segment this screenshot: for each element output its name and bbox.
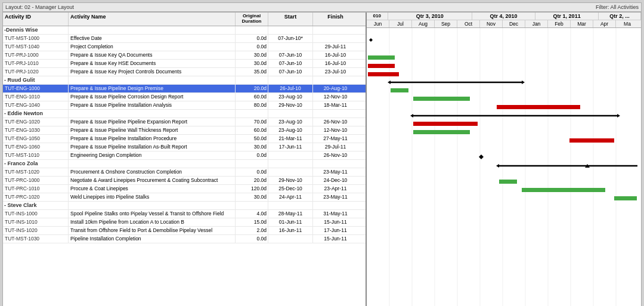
cell-id: TUT-PRJ-1000 [3, 51, 69, 59]
partial-date: 010 [367, 13, 388, 20]
cell-start: 24-Apr-11 [268, 193, 313, 201]
cell-name: Negotiate & Award Linepipes Procurement … [69, 177, 236, 184]
table-row[interactable]: TUT-PRC-1020 Weld Linepipes into Pipelin… [3, 193, 366, 202]
table-row[interactable]: TUT-PRC-1010 Procure & Coat Linepipes 12… [3, 185, 366, 193]
cell-start: 25-Dec-10 [268, 185, 313, 193]
cell-name: Prepare & Issue Pipeline Pipeline Expans… [69, 118, 236, 126]
table-row[interactable]: TUT-MST-1010 Engineering Design Completi… [3, 152, 366, 160]
table-row[interactable]: TUT-MST-1040 Project Completion 0.0d 29-… [3, 43, 366, 51]
cell-finish: 15-Jun-11 [313, 235, 358, 243]
month-header-row: Jun Jul Aug Sep Oct Nov Dec Jan Feb Mar … [367, 20, 641, 27]
qtr-1-2011: Qtr 1, 2011 [535, 13, 599, 20]
table-row[interactable]: TUT-ENG-1060 Prepare & Issue Pipeline In… [3, 143, 366, 152]
table-row[interactable]: TUT-INS-1010 Install 10km Pipeline from … [3, 218, 366, 227]
group-label-steve: - Steve Clark [3, 202, 69, 209]
bar-eng-1030 [413, 130, 470, 134]
table-row-selected[interactable]: TUT-ENG-1000 Prepare & Issue Pipeline De… [3, 85, 366, 93]
table-row[interactable]: TUT-PRJ-1020 Prepare & Issue Key Project… [3, 68, 366, 76]
cell-name: Project Completion [69, 43, 236, 51]
cell-name: Prepare & Issue Key HSE Documents [69, 60, 236, 67]
cell-duration: 4.0d [236, 210, 268, 218]
cell-name: Spool Pipeline Stalks onto Pipelay Vesse… [69, 210, 236, 218]
table-row[interactable]: TUT-PRC-1000 Negotiate & Award Linepipes… [3, 177, 366, 185]
cell-name: Procurement & Onshore Construction Compl… [69, 168, 236, 176]
cell-finish: 26-Nov-10 [313, 118, 358, 126]
cell-name: Weld Linepipes into Pipeline Stalks [69, 193, 236, 201]
cell-duration: 120.0d [236, 185, 268, 193]
cell-name: Prepare & Issue Key Project Controls Doc… [69, 68, 236, 76]
month-oct: Oct [457, 20, 480, 27]
table-row[interactable]: TUT-ENG-1050 Prepare & Issue Pipeline In… [3, 135, 366, 143]
cell-id: TUT-INS-1000 [3, 210, 69, 218]
layout-label: Layout: 02 - Manager Layout [5, 4, 74, 10]
month-dec: Dec [503, 20, 525, 27]
header-finish: Finish [313, 13, 358, 26]
table-header: Activity ID Activity Name OriginalDurati… [3, 13, 366, 26]
cell-finish: 23-Jul-10 [313, 68, 358, 76]
cell-id: TUT-MST-1040 [3, 43, 69, 51]
cell-start: 01-Jun-11 [268, 218, 313, 226]
table-row[interactable]: TUT-MST-1000 Effective Date 0.0d 07-Jun-… [3, 35, 366, 43]
bar-prc-1020 [614, 196, 637, 200]
cell-name: Pipeline Installation Completion [69, 235, 236, 243]
table-row[interactable]: TUT-MST-1020 Procurement & Onshore Const… [3, 168, 366, 177]
cell-start: 26-Jul-10 [268, 85, 313, 92]
cell-name: Procure & Coat Linepipes [69, 185, 236, 193]
table-row[interactable]: TUT-ENG-1010 Prepare & Issue Pipeline Co… [3, 93, 366, 101]
cell-finish: 17-Jun-11 [313, 227, 358, 234]
cell-duration: 30.0d [236, 143, 268, 151]
cell-id: TUT-ENG-1050 [3, 135, 69, 143]
cell-finish: 23-May-11 [313, 193, 358, 201]
table-row[interactable]: TUT-ENG-1040 Prepare & Issue Pipeline In… [3, 101, 366, 110]
cell-id: TUT-PRC-1000 [3, 177, 69, 184]
cell-id: TUT-ENG-1060 [3, 143, 69, 151]
cell-start: 29-Nov-10 [268, 177, 313, 184]
group-label-dennis: - Dennis Wise [3, 26, 69, 34]
table-row[interactable]: TUT-PRJ-1010 Prepare & Issue Key HSE Doc… [3, 60, 366, 68]
cell-start [268, 43, 313, 51]
bar-prj-1010 [368, 64, 395, 68]
month-aug: Aug [412, 20, 435, 27]
svg-marker-14 [617, 114, 620, 118]
cell-finish: 23-May-11 [313, 168, 358, 176]
cell-name: Prepare & Issue Pipeline Installation An… [69, 101, 236, 109]
cell-name: Prepare & Issue Key QA Documents [69, 51, 236, 59]
table-row[interactable]: TUT-ENG-1030 Prepare & Issue Pipeline Wa… [3, 126, 366, 135]
table-row[interactable]: TUT-ENG-1020 Prepare & Issue Pipeline Pi… [3, 118, 366, 126]
cell-duration: 30.0d [236, 51, 268, 59]
table-row[interactable]: TUT-INS-1020 Transit from Offshore Field… [3, 227, 366, 235]
cell-id: TUT-ENG-1020 [3, 118, 69, 126]
cell-duration: 20.0d [236, 85, 268, 92]
cell-start: 16-Jun-11 [268, 227, 313, 234]
table-row[interactable]: TUT-INS-1000 Spool Pipeline Stalks onto … [3, 210, 366, 218]
cell-start: 23-Aug-10 [268, 118, 313, 126]
group-label-franco: - Franco Zola [3, 160, 69, 168]
bar-eng-1020 [413, 122, 478, 126]
table-row[interactable]: TUT-PRJ-1000 Prepare & Issue Key QA Docu… [3, 51, 366, 60]
cell-start: 29-Nov-10 [268, 101, 313, 109]
cell-name: Prepare & Issue Pipeline Design Premise [69, 85, 236, 92]
group-dash-dennis: - [4, 27, 6, 33]
month-nov: Nov [480, 20, 503, 27]
filter-label: Filter: All Activities [596, 4, 639, 10]
group-label-eddie: - Eddie Newton [3, 110, 69, 118]
cell-start: 07-Jun-10* [268, 35, 313, 42]
cell-name: Transit from Offshore Field to Port & De… [69, 227, 236, 234]
cell-id: TUT-MST-1030 [3, 235, 69, 243]
cell-name: Prepare & Issue Pipeline Installation Pr… [69, 135, 236, 143]
bar-prc-1010 [522, 188, 605, 192]
cell-id: TUT-INS-1010 [3, 218, 69, 226]
cell-id: TUT-INS-1020 [3, 227, 69, 234]
cell-finish: 27-May-11 [313, 135, 358, 143]
month-jul: Jul [389, 20, 412, 27]
cell-duration: 0.0d [236, 168, 268, 176]
cell-id: TUT-PRJ-1010 [3, 60, 69, 67]
cell-start: 07-Jun-10 [268, 68, 313, 76]
cell-start: 21-Mar-11 [268, 135, 313, 143]
cell-name: Prepare & Issue Pipeline Wall Thickness … [69, 126, 236, 134]
svg-marker-15 [496, 164, 499, 168]
cell-start [268, 235, 313, 243]
cell-id: TUT-PRC-1010 [3, 185, 69, 193]
table-row[interactable]: TUT-MST-1030 Pipeline Installation Compl… [3, 235, 366, 243]
bar-eng-1040 [497, 105, 580, 109]
